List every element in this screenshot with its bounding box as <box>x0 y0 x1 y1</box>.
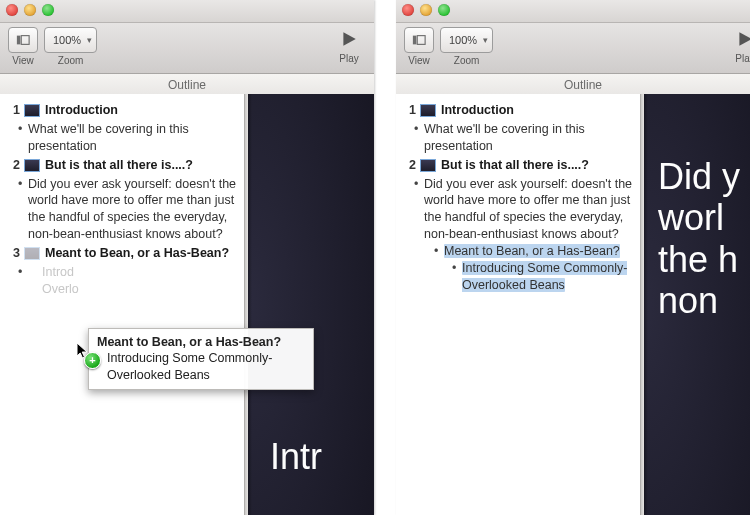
zoom-combobox[interactable]: 100% ▾ <box>44 27 97 53</box>
outline-bullet[interactable]: What we'll be covering in this presentat… <box>404 121 634 155</box>
close-window-button[interactable] <box>6 4 18 16</box>
outline-slide-title[interactable]: 1 Introduction <box>8 102 238 119</box>
zoom-window-button[interactable] <box>438 4 450 16</box>
outline-sub-bullet[interactable]: Introducing Some Commonly-Overlooked Bea… <box>404 260 634 294</box>
view-mode-button[interactable] <box>8 27 38 53</box>
zoom-value: 100% <box>449 34 477 46</box>
selected-text: Introducing Some Commonly-Overlooked Bea… <box>462 261 627 292</box>
outline-slide-title[interactable]: 2 But is that all there is....? <box>404 157 634 174</box>
outline-bullet[interactable]: Did you ever ask yourself: doesn't the w… <box>8 176 238 244</box>
outline-bullet[interactable]: Did you ever ask yourself: doesn't the w… <box>404 176 634 244</box>
minimize-window-button[interactable] <box>24 4 36 16</box>
slide-thumbnail-icon <box>420 159 436 172</box>
chevron-down-icon: ▾ <box>483 35 488 45</box>
drag-ghost: Meant to Bean, or a Has-Bean? Introducin… <box>88 328 314 390</box>
slide-thumbnail-icon <box>420 104 436 117</box>
close-window-button[interactable] <box>402 4 414 16</box>
slide-canvas[interactable]: Did y worl the h non <box>644 94 750 515</box>
view-label: View <box>404 55 434 66</box>
slide-thumbnail-icon <box>24 159 40 172</box>
zoom-combobox[interactable]: 100% ▾ <box>440 27 493 53</box>
svg-rect-1 <box>21 36 29 45</box>
slide-canvas[interactable]: Intr <box>248 94 374 515</box>
outline-panel[interactable]: 1 Introduction What we'll be covering in… <box>396 94 640 515</box>
play-label: Play <box>334 53 364 64</box>
view-label: View <box>8 55 38 66</box>
outline-bullet[interactable]: What we'll be covering in this presentat… <box>8 121 238 155</box>
slide-thumbnail-icon <box>24 247 40 260</box>
selected-text: Meant to Bean, or a Has-Bean? <box>444 244 620 258</box>
view-mode-button[interactable] <box>404 27 434 53</box>
zoom-window-button[interactable] <box>42 4 54 16</box>
svg-rect-2 <box>413 36 417 45</box>
svg-rect-3 <box>417 36 425 45</box>
svg-rect-0 <box>17 36 21 45</box>
window-titlebar <box>0 0 374 23</box>
zoom-value: 100% <box>53 34 81 46</box>
minimize-window-button[interactable] <box>420 4 432 16</box>
slide-text: Intr <box>270 436 322 477</box>
play-button[interactable] <box>730 27 750 51</box>
play-label: Play <box>730 53 750 64</box>
play-button[interactable] <box>334 27 364 51</box>
slide-thumbnail-icon <box>24 104 40 117</box>
outline-bullet-dragging: IntrodOverlo <box>8 264 238 298</box>
outline-panel[interactable]: 1 Introduction What we'll be covering in… <box>0 94 244 515</box>
zoom-label: Zoom <box>440 55 493 66</box>
toolbar: View 100% ▾ Zoom Play <box>0 23 374 74</box>
outline-slide-title[interactable]: 1 Introduction <box>404 102 634 119</box>
zoom-label: Zoom <box>44 55 97 66</box>
chevron-down-icon: ▾ <box>87 35 92 45</box>
slide-text: Did y worl the h non <box>658 156 740 322</box>
outline-sub-bullet[interactable]: Meant to Bean, or a Has-Bean? <box>404 243 634 260</box>
toolbar: View 100% ▾ Zoom Play <box>396 23 750 74</box>
outline-slide-title-dragging[interactable]: 3 Meant to Bean, or a Has-Bean? <box>8 245 238 262</box>
outline-slide-title[interactable]: 2 But is that all there is....? <box>8 157 238 174</box>
window-titlebar <box>396 0 750 23</box>
